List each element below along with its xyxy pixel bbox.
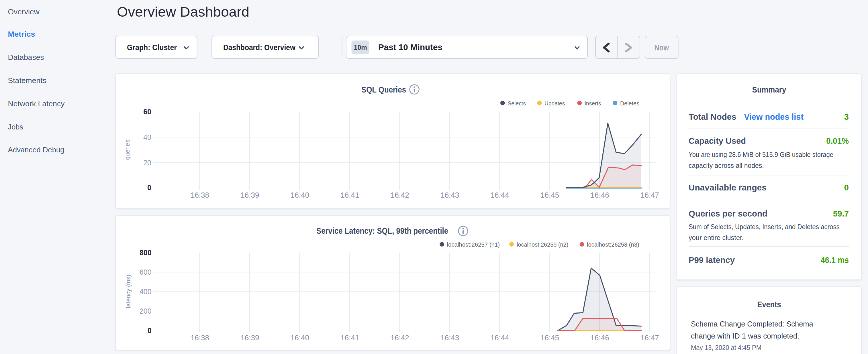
svg-text:Updates: Updates	[545, 100, 565, 106]
svg-text:Databases: Databases	[8, 53, 44, 62]
svg-text:Now: Now	[654, 43, 669, 52]
svg-text:SQL Queries: SQL Queries	[361, 85, 406, 94]
svg-text:16:42: 16:42	[391, 191, 409, 199]
svg-text:Queries per second: Queries per second	[689, 209, 767, 218]
svg-text:16:39: 16:39	[241, 333, 259, 342]
svg-text:Metrics: Metrics	[8, 30, 35, 38]
svg-text:You are using 28.6 MiB of 515.: You are using 28.6 MiB of 515.9 GiB usab…	[689, 151, 833, 158]
svg-text:your entire cluster.: your entire cluster.	[689, 234, 744, 242]
svg-text:localhost:26258 (n3): localhost:26258 (n3)	[587, 242, 639, 248]
svg-text:Capacity Used: Capacity Used	[689, 136, 746, 146]
svg-text:16:40: 16:40	[290, 191, 309, 199]
svg-text:P99 latency: P99 latency	[689, 255, 735, 265]
svg-text:Network Latency: Network Latency	[8, 99, 65, 108]
svg-text:Dashboard: Overview: Dashboard: Overview	[223, 43, 296, 52]
svg-text:0: 0	[147, 184, 151, 192]
svg-text:16:47: 16:47	[641, 191, 659, 199]
svg-text:16:44: 16:44	[491, 333, 509, 342]
svg-text:Service Latency: SQL, 99th per: Service Latency: SQL, 99th percentile	[316, 226, 448, 235]
svg-text:16:46: 16:46	[591, 191, 609, 199]
svg-text:Advanced Debug: Advanced Debug	[8, 146, 64, 154]
svg-text:0.01%: 0.01%	[826, 136, 849, 146]
svg-text:16:43: 16:43	[440, 333, 459, 342]
svg-text:Jobs: Jobs	[8, 123, 24, 131]
svg-text:60: 60	[143, 108, 151, 116]
svg-text:latency (ms): latency (ms)	[125, 275, 132, 308]
svg-text:16:45: 16:45	[540, 191, 559, 199]
svg-text:16:46: 16:46	[591, 333, 609, 342]
svg-text:capacity across all nodes.: capacity across all nodes.	[689, 162, 764, 169]
svg-text:Past 10 Minutes: Past 10 Minutes	[378, 43, 442, 52]
svg-text:16:38: 16:38	[191, 191, 209, 199]
svg-text:Events: Events	[757, 299, 781, 309]
svg-text:800: 800	[140, 249, 152, 257]
svg-text:Graph: Cluster: Graph: Cluster	[127, 43, 177, 52]
svg-text:View nodes list: View nodes list	[744, 112, 804, 122]
svg-text:400: 400	[140, 288, 152, 296]
svg-text:Selects: Selects	[508, 100, 526, 106]
svg-text:Unavailable ranges: Unavailable ranges	[689, 183, 767, 192]
svg-text:Statements: Statements	[8, 76, 47, 85]
svg-text:localhost:26259 (n2): localhost:26259 (n2)	[517, 242, 568, 248]
svg-text:20: 20	[143, 159, 151, 167]
svg-text:16:42: 16:42	[391, 333, 409, 342]
svg-text:Summary: Summary	[752, 85, 786, 94]
svg-text:16:39: 16:39	[241, 191, 259, 199]
svg-text:0: 0	[148, 326, 152, 334]
svg-text:Total Nodes: Total Nodes	[689, 112, 736, 122]
svg-text:0: 0	[844, 183, 849, 192]
svg-text:16:38: 16:38	[191, 333, 209, 342]
svg-text:40: 40	[143, 133, 151, 141]
svg-text:queries: queries	[124, 140, 131, 160]
svg-text:change with ID 1 was completed: change with ID 1 was completed.	[691, 332, 800, 340]
svg-text:16:44: 16:44	[491, 191, 509, 199]
svg-text:16:47: 16:47	[641, 333, 659, 342]
svg-text:3: 3	[844, 112, 849, 122]
svg-text:Overview Dashboard: Overview Dashboard	[117, 4, 249, 20]
svg-text:600: 600	[140, 268, 152, 276]
svg-text:16:40: 16:40	[290, 333, 309, 342]
svg-text:16:45: 16:45	[540, 333, 559, 342]
svg-text:59.7: 59.7	[833, 209, 849, 218]
svg-text:Inserts: Inserts	[585, 100, 601, 106]
svg-text:200: 200	[140, 307, 152, 315]
svg-text:localhost:26257 (n1): localhost:26257 (n1)	[447, 242, 500, 248]
svg-text:16:43: 16:43	[440, 191, 459, 199]
svg-text:Deletes: Deletes	[620, 100, 639, 106]
svg-text:16:41: 16:41	[340, 333, 359, 342]
svg-text:Schema Change Completed: Schem: Schema Change Completed: Schema	[691, 320, 813, 328]
svg-text:May 13, 2020 at 4:45 PM: May 13, 2020 at 4:45 PM	[691, 344, 762, 351]
svg-text:16:41: 16:41	[340, 191, 359, 199]
svg-text:Overview: Overview	[8, 7, 40, 16]
svg-text:10m: 10m	[354, 43, 367, 51]
svg-text:Sum of Selects, Updates, Inser: Sum of Selects, Updates, Inserts, and De…	[689, 223, 840, 231]
svg-text:46.1 ms: 46.1 ms	[821, 255, 849, 265]
